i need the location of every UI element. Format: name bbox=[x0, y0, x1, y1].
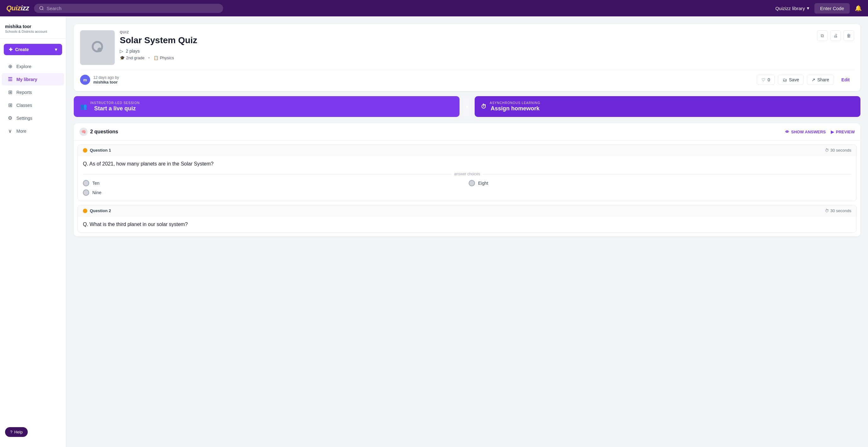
duplicate-icon: ⧉ bbox=[821, 33, 824, 38]
print-button[interactable]: 🖨 bbox=[830, 30, 841, 41]
quiz-title: Solar System Quiz bbox=[120, 35, 812, 46]
quiz-card-footer: m 12 days ago by mishika toor ♡ 0 🗂 Save bbox=[80, 70, 854, 85]
print-icon: 🖨 bbox=[833, 33, 838, 38]
help-icon: ? bbox=[10, 430, 12, 435]
question-1-header: Question 1 ⏱ 30 seconds bbox=[78, 145, 856, 156]
questions-actions: 👁 SHOW ANSWERS ▶ PREVIEW bbox=[785, 129, 855, 134]
library-icon: ☰ bbox=[7, 76, 13, 82]
help-button[interactable]: ? Help bbox=[5, 427, 28, 437]
save-button[interactable]: 🗂 Save bbox=[778, 75, 804, 85]
quiz-info-card: QUIZ Solar System Quiz ▷ 2 plays 🎓 2nd g… bbox=[74, 24, 861, 91]
subject-icon: 📋 bbox=[154, 56, 158, 60]
duplicate-button[interactable]: ⧉ bbox=[817, 30, 828, 41]
settings-icon: ⚙ bbox=[7, 115, 13, 121]
questions-brain-icon: 🧠 bbox=[81, 129, 86, 134]
question-1-text: Q. As of 2021, how many planets are in t… bbox=[78, 156, 856, 172]
questions-header: 🧠 2 questions 👁 SHOW ANSWERS ▶ PREVIEW bbox=[74, 123, 861, 141]
grade-icon: 🎓 bbox=[120, 56, 125, 60]
question-1-dot bbox=[83, 148, 87, 153]
plus-icon: ✚ bbox=[9, 47, 12, 52]
trash-icon: 🗑 bbox=[846, 33, 851, 38]
quiz-info: QUIZ Solar System Quiz ▷ 2 plays 🎓 2nd g… bbox=[120, 30, 812, 60]
chevron-down-icon: ▾ bbox=[807, 5, 809, 11]
author-details: 12 days ago by mishika toor bbox=[93, 75, 119, 85]
explore-icon: ⊕ bbox=[7, 63, 13, 69]
question-2-timer: ⏱ 30 seconds bbox=[825, 208, 851, 213]
quiz-grade-tag: 🎓 2nd grade bbox=[120, 56, 145, 60]
search-icon bbox=[39, 6, 44, 11]
quiz-card-actions: ⧉ 🖨 🗑 bbox=[817, 30, 854, 41]
delete-button[interactable]: 🗑 bbox=[843, 30, 854, 41]
sidebar-item-reports[interactable]: ⊞ Reports bbox=[2, 86, 64, 98]
eye-icon: 👁 bbox=[785, 129, 789, 134]
quiz-meta-plays: ▷ 2 plays bbox=[120, 49, 812, 54]
answer-choices-label: answer choices bbox=[78, 172, 856, 180]
assign-homework-button[interactable]: ⏱ ASYNCHRONOUS LEARNING Assign homework bbox=[475, 96, 861, 117]
sidebar-nav: ⊕ Explore ☰ My library ⊞ Reports ⊞ Class… bbox=[0, 60, 66, 422]
questions-count-badge: 🧠 bbox=[80, 128, 88, 136]
preview-button[interactable]: ▶ PREVIEW bbox=[831, 129, 855, 134]
choice-circle bbox=[83, 189, 89, 196]
questions-title: 🧠 2 questions bbox=[80, 128, 118, 136]
quiz-tags: 🎓 2nd grade • 📋 Physics bbox=[120, 56, 812, 60]
like-button[interactable]: ♡ 0 bbox=[757, 75, 775, 85]
author-avatar: m bbox=[80, 75, 90, 85]
question-1-timer: ⏱ 30 seconds bbox=[825, 148, 851, 153]
edit-button[interactable]: Edit bbox=[837, 75, 854, 85]
search-input[interactable] bbox=[46, 6, 218, 11]
create-button[interactable]: ✚ Create ▾ bbox=[4, 44, 62, 55]
homework-icon: ⏱ bbox=[481, 103, 487, 110]
quizizz-library-button[interactable]: Quizizz library ▾ bbox=[775, 5, 809, 11]
preview-play-icon: ▶ bbox=[831, 129, 834, 134]
timer-icon: ⏱ bbox=[825, 148, 829, 153]
more-icon: ∨ bbox=[7, 128, 13, 134]
sidebar-item-my-library[interactable]: ☰ My library bbox=[2, 73, 64, 85]
answer-choices-grid: Ten Eight Nine bbox=[78, 180, 856, 201]
create-dropdown-icon: ▾ bbox=[55, 47, 57, 52]
sidebar-username: mishika toor bbox=[5, 24, 61, 29]
sidebar-item-classes[interactable]: ⊞ Classes bbox=[2, 99, 64, 111]
question-2-text: Q. What is the third planet in our solar… bbox=[78, 216, 856, 232]
quiz-thumbnail-image bbox=[88, 38, 107, 57]
show-answers-button[interactable]: 👁 SHOW ANSWERS bbox=[785, 129, 826, 134]
enter-code-button[interactable]: Enter Code bbox=[814, 3, 850, 13]
timer-icon-2: ⏱ bbox=[825, 208, 829, 213]
question-2-dot bbox=[83, 209, 87, 213]
quiz-thumbnail bbox=[80, 30, 115, 65]
sidebar-user-subtitle: Schools & Districts account bbox=[5, 30, 61, 33]
sidebar-item-explore[interactable]: ⊕ Explore bbox=[2, 60, 64, 72]
live-quiz-icon: 👥 bbox=[80, 103, 87, 110]
question-card-2: Question 2 ⏱ 30 seconds Q. What is the t… bbox=[78, 205, 857, 233]
top-navigation: Quizizz Quizizz library ▾ Enter Code 🔔 bbox=[0, 0, 868, 17]
question-1-label: Question 1 bbox=[83, 148, 111, 153]
live-quiz-dropdown-button[interactable]: ▾ bbox=[463, 96, 471, 117]
choice-circle bbox=[83, 180, 89, 186]
start-live-quiz-button[interactable]: 👥 INSTRUCTOR-LED SESSION Start a live qu… bbox=[74, 96, 460, 117]
action-buttons: 👥 INSTRUCTOR-LED SESSION Start a live qu… bbox=[74, 96, 861, 117]
sidebar-item-more[interactable]: ∨ More bbox=[2, 125, 64, 137]
share-button[interactable]: ↗ Share bbox=[807, 75, 834, 85]
author-name: mishika toor bbox=[93, 80, 119, 85]
sidebar-item-settings[interactable]: ⚙ Settings bbox=[2, 112, 64, 124]
sidebar-bottom: ? Help bbox=[0, 422, 66, 442]
save-icon: 🗂 bbox=[783, 77, 787, 82]
choice-circle bbox=[469, 180, 475, 186]
reports-icon: ⊞ bbox=[7, 89, 13, 95]
question-2-header: Question 2 ⏱ 30 seconds bbox=[78, 205, 856, 216]
svg-line-1 bbox=[42, 9, 43, 10]
search-bar[interactable] bbox=[34, 4, 223, 13]
main-content: QUIZ Solar System Quiz ▷ 2 plays 🎓 2nd g… bbox=[66, 17, 868, 447]
notification-bell-icon[interactable]: 🔔 bbox=[855, 5, 862, 12]
quiz-type-label: QUIZ bbox=[120, 30, 812, 34]
author-info: m 12 days ago by mishika toor bbox=[80, 75, 119, 85]
footer-buttons: ♡ 0 🗂 Save ↗ Share Edit bbox=[757, 75, 854, 85]
sidebar: mishika toor Schools & Districts account… bbox=[0, 17, 66, 447]
classes-icon: ⊞ bbox=[7, 102, 13, 108]
svg-point-4 bbox=[97, 48, 102, 52]
questions-section: 🧠 2 questions 👁 SHOW ANSWERS ▶ PREVIEW bbox=[74, 123, 861, 236]
question-2-label: Question 2 bbox=[83, 208, 111, 213]
choice-ten: Ten bbox=[83, 180, 466, 186]
choice-nine: Nine bbox=[83, 189, 466, 196]
heart-icon: ♡ bbox=[762, 77, 766, 82]
share-icon: ↗ bbox=[812, 77, 815, 82]
